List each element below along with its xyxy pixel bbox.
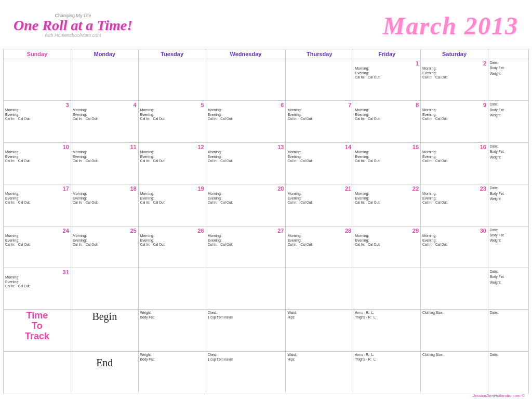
- tracker-row-2: End Weight: Body Fat: Chest: 1 cup from: [4, 351, 529, 393]
- tracker-date-cell2: Date:: [488, 351, 529, 393]
- day-cell-4: 4 Morning: Evening: Cal In: Cal Out:: [71, 101, 138, 142]
- day-cell-29: 29 Morning: Evening: Cal In: Cal Out:: [353, 226, 421, 268]
- day-cell-empty: [71, 268, 138, 309]
- day-cell-15: 15 Morning: Evening: Cal In: Cal Out:: [353, 142, 421, 184]
- page: Changing My Life One Roll at a Time! wit…: [0, 0, 532, 399]
- time-to-track-cell: TimeToTrack: [4, 310, 71, 351]
- begin-end-cell: Begin: [71, 310, 138, 351]
- table-row: 1 Morning: Evening: Cal In: Cal Out: 2 M…: [4, 59, 529, 101]
- day-cell-8: 8 Morning: Evening: Cal In: Cal Out:: [353, 101, 421, 142]
- day-cell-21: 21 Morning: Evening: Cal In: Cal Out:: [286, 184, 353, 226]
- day-cell-empty: [4, 59, 71, 101]
- day-cell-30: 30 Morning: Evening: Cal In: Cal Out:: [421, 226, 488, 268]
- day-cell-26: 26 Morning: Evening: Cal In: Cal Out:: [138, 226, 206, 268]
- tracker-chest-cell: Chest: 1 cup from navel: [206, 310, 286, 351]
- sidebar-week5: Date: Body Fat: Weight:: [488, 226, 529, 268]
- tracker-empty-cell: [4, 351, 71, 393]
- day-cell-14: 14 Morning: Evening: Cal In: Cal Out:: [286, 142, 353, 184]
- day-cell-empty: [206, 59, 286, 101]
- tracker-arms-cell2: Arms - R: L: Thighs - R: L:: [353, 351, 421, 393]
- day-cell-28: 28 Morning: Evening: Cal In: Cal Out:: [286, 226, 353, 268]
- month-year: March 2013: [383, 11, 518, 40]
- day-cell-20: 20 Morning: Evening: Cal In: Cal Out:: [206, 184, 286, 226]
- day-cell-empty: [138, 268, 206, 309]
- day-cell-27: 27 Morning: Evening: Cal In: Cal Out:: [206, 226, 286, 268]
- col-sunday: Sunday: [4, 49, 71, 59]
- day-cell-empty: [353, 268, 421, 309]
- col-monday: Monday: [71, 49, 138, 59]
- footer-credit: JessicaDenHollander.com ©: [3, 393, 529, 398]
- time-to-track-label: TimeToTrack: [5, 311, 69, 341]
- end-cell: End: [71, 351, 138, 393]
- day-cell-10: 10 Morning: Evening: Cal In: Cal Out:: [4, 142, 71, 184]
- tracker-waist-cell: Waist: Hips:: [286, 310, 353, 351]
- day-cell-24: 24 Morning: Evening: Cal In: Cal Out:: [4, 226, 71, 268]
- header: Changing My Life One Roll at a Time! wit…: [3, 2, 529, 49]
- sidebar-week2: Date: Body Fat: Weight:: [488, 101, 529, 142]
- sidebar-week6: Date: Body Fat: Weight:: [488, 268, 529, 309]
- table-row: 10 Morning: Evening: Cal In: Cal Out: 11…: [4, 142, 529, 184]
- table-row: 17 Morning: Evening: Cal In: Cal Out: 18…: [4, 184, 529, 226]
- tracker-clothing-cell: Clothing Size:: [421, 310, 488, 351]
- tracker-date-cell: Date:: [488, 310, 529, 351]
- day-cell-empty: [286, 59, 353, 101]
- end-label: End: [73, 357, 137, 369]
- calendar-table: Sunday Monday Tuesday Wednesday Thursday…: [3, 49, 529, 393]
- day-cell-25: 25 Morning: Evening: Cal In: Cal Out:: [71, 226, 138, 268]
- day-cell-17: 17 Morning: Evening: Cal In: Cal Out:: [4, 184, 71, 226]
- col-saturday: Saturday: [421, 49, 488, 59]
- day-cell-empty: [71, 59, 138, 101]
- day-cell-13: 13 Morning: Evening: Cal In: Cal Out:: [206, 142, 286, 184]
- day-cell-9: 9 Morning: Evening: Cal In: Cal Out:: [421, 101, 488, 142]
- col-tuesday: Tuesday: [138, 49, 206, 59]
- day-cell-11: 11 Morning: Evening: Cal In: Cal Out:: [71, 142, 138, 184]
- day-cell-empty: [286, 268, 353, 309]
- col-wednesday: Wednesday: [206, 49, 286, 59]
- day-cell-6: 6 Morning: Evening: Cal In: Cal Out:: [206, 101, 286, 142]
- col-friday: Friday: [353, 49, 421, 59]
- tracker-chest-cell2: Chest: 1 cup from navel: [206, 351, 286, 393]
- day-cell-16: 16 Morning: Evening: Cal In: Cal Out:: [421, 142, 488, 184]
- day-cell-22: 22 Morning: Evening: Cal In: Cal Out:: [353, 184, 421, 226]
- tracker-weight-cell: Weight: Body Fat:: [138, 310, 206, 351]
- day-cell-empty: [421, 268, 488, 309]
- blog-title: One Roll at a Time!: [14, 18, 132, 33]
- col-sidebar: [488, 49, 529, 59]
- begin-label: Begin: [73, 311, 137, 323]
- day-cell-3: 3 Morning: Evening: Cal In: Cal Out:: [4, 101, 71, 142]
- day-cell-31: 31 Morning: Evening: Cal In: Cal Out:: [4, 268, 71, 309]
- sidebar-week4: Date: Body Fat: Weight:: [488, 184, 529, 226]
- day-cell-12: 12 Morning: Evening: Cal In: Cal Out:: [138, 142, 206, 184]
- tracker-clothing-cell2: Clothing Size:: [421, 351, 488, 393]
- blog-subtitle: with HomeschoolMom.com: [45, 33, 101, 38]
- day-cell-18: 18 Morning: Evening: Cal In: Cal Out:: [71, 184, 138, 226]
- day-cell-2: 2 Morning: Evening: Cal In: Cal Out:: [421, 59, 488, 101]
- day-cell-empty: [206, 268, 286, 309]
- sidebar-week3: Date: Body Fat: Weight:: [488, 142, 529, 184]
- day-cell-23: 23 Morning: Evening: Cal In: Cal Out:: [421, 184, 488, 226]
- sidebar-week1: Date: Body Fat: Weight:: [488, 59, 529, 101]
- tracker-waist-cell2: Waist: Hips:: [286, 351, 353, 393]
- header-left: Changing My Life One Roll at a Time! wit…: [14, 13, 132, 38]
- day-cell-7: 7 Morning: Evening: Cal In: Cal Out:: [286, 101, 353, 142]
- day-cell-19: 19 Morning: Evening: Cal In: Cal Out:: [138, 184, 206, 226]
- tracker-arms-cell: Arms - R: L: Thighs - R: L:: [353, 310, 421, 351]
- table-row: 31 Morning: Evening: Cal In: Cal Out: D: [4, 268, 529, 309]
- day-cell-empty: [138, 59, 206, 101]
- day-cell-5: 5 Morning: Evening: Cal In: Cal Out:: [138, 101, 206, 142]
- tracker-row-1: TimeToTrack Begin Weight: Body Fat: Ches…: [4, 310, 529, 351]
- table-row: 24 Morning: Evening: Cal In: Cal Out: 25…: [4, 226, 529, 268]
- col-thursday: Thursday: [286, 49, 353, 59]
- tracker-weight-cell2: Weight: Body Fat:: [138, 351, 206, 393]
- day-cell-1: 1 Morning: Evening: Cal In: Cal Out:: [353, 59, 421, 101]
- table-row: 3 Morning: Evening: Cal In: Cal Out: 4 M…: [4, 101, 529, 142]
